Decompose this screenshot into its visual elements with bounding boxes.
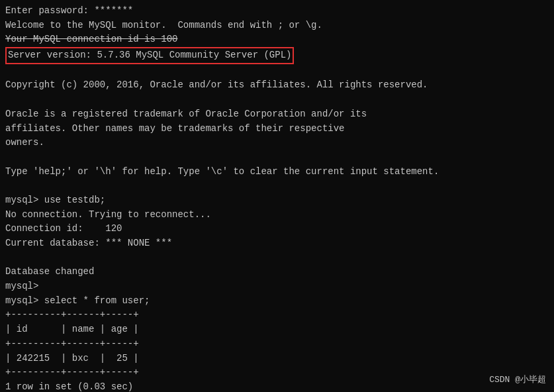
blank2 (5, 93, 549, 107)
line-row-count: 1 row in set (0.03 sec) (5, 380, 549, 392)
line-no-connection: No connection. Trying to reconnect... (5, 208, 549, 222)
blank5 (5, 251, 549, 266)
line-oracle2: affiliates. Other names may be trademark… (5, 122, 549, 136)
line-table-border2: +---------+------+-----+ (5, 337, 549, 352)
line-use-testdb: mysql> use testdb; (5, 193, 549, 208)
blank3 (5, 150, 549, 165)
line-select: mysql> select * from user; (5, 294, 549, 309)
line-server-version: Server version: 5.7.36 MySQL Community S… (5, 47, 549, 64)
line-table-border3: +---------+------+-----+ (5, 366, 549, 380)
blank1 (5, 64, 549, 79)
line-table-header: | id | name | age | (5, 322, 549, 337)
line-current-db: Current database: *** NONE *** (5, 236, 549, 251)
line-welcome: Welcome to the MySQL monitor. Commands e… (5, 19, 549, 33)
line-help: Type 'help;' or '\h' for help. Type '\c'… (5, 165, 549, 179)
watermark: CSDN @小毕超 (489, 373, 546, 385)
line-connection-id: Your MySQL connection id is 100 (5, 32, 549, 47)
line-oracle3: owners. (5, 136, 549, 150)
blank4 (5, 179, 549, 193)
line-copyright: Copyright (c) 2000, 2016, Oracle and/or … (5, 78, 549, 93)
line-mysql-prompt1: mysql> (5, 279, 549, 294)
server-version-box: Server version: 5.7.36 MySQL Community S… (5, 47, 294, 64)
connection-id-text: Your MySQL connection id is 100 (5, 34, 177, 44)
line-table-row: | 242215 | bxc | 25 | (5, 352, 549, 366)
line-table-border1: +---------+------+-----+ (5, 308, 549, 322)
line-conn-id: Connection id: 120 (5, 222, 549, 236)
line-db-changed: Database changed (5, 265, 549, 279)
line-enter-password: Enter password: ******* (5, 4, 549, 19)
terminal-window: Enter password: ******* Welcome to the M… (0, 0, 554, 392)
line-oracle1: Oracle is a registered trademark of Orac… (5, 107, 549, 122)
